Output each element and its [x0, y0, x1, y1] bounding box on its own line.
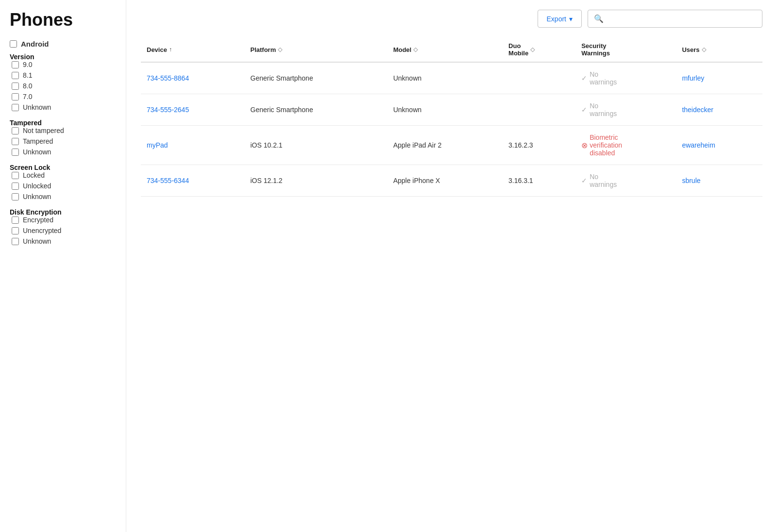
- filter-item-v8: 8.0: [10, 82, 116, 90]
- export-label: Export: [547, 15, 566, 23]
- v9-checkbox[interactable]: [12, 61, 19, 68]
- col-header-device[interactable]: Device ↑: [141, 37, 245, 62]
- filter-item-locked: Locked: [10, 171, 116, 179]
- tampered-unknown-checkbox[interactable]: [12, 149, 19, 156]
- device-link[interactable]: 734-555-2645: [147, 106, 189, 114]
- model-cell: Unknown: [388, 94, 503, 126]
- disk-encryption-section: Disk Encryption Encrypted Unencrypted Un…: [10, 208, 116, 245]
- unencrypted-checkbox[interactable]: [12, 227, 19, 234]
- export-button[interactable]: Export ▾: [538, 10, 582, 28]
- model-sort-icon: ◇: [413, 46, 418, 53]
- no-warnings-text: Nowarnings: [590, 70, 617, 86]
- phones-table: Device ↑ Platform ◇ Model ◇: [141, 37, 762, 197]
- model-col-label: Model: [393, 46, 412, 53]
- platform-cell: Generic Smartphone: [245, 62, 388, 94]
- screen-lock-section-title: Screen Lock: [10, 164, 116, 171]
- v81-checkbox[interactable]: [12, 72, 19, 79]
- screenlock-unknown-checkbox[interactable]: [12, 193, 19, 200]
- check-icon: ✓: [581, 74, 587, 82]
- no-warnings-text: Nowarnings: [590, 173, 617, 188]
- no-warnings-text: Nowarnings: [590, 102, 617, 117]
- device-link[interactable]: myPad: [147, 141, 168, 149]
- v8-label[interactable]: 8.0: [23, 82, 32, 90]
- col-header-users[interactable]: Users ◇: [676, 37, 762, 62]
- unlocked-checkbox[interactable]: [12, 183, 19, 190]
- warning-icon: ⊗: [581, 141, 588, 150]
- security-warnings-cell: ✓ Nowarnings: [575, 165, 676, 197]
- col-header-duo-mobile[interactable]: DuoMobile ◇: [503, 37, 575, 62]
- device-cell: 734-555-6344: [141, 165, 245, 197]
- user-link[interactable]: sbrule: [682, 177, 700, 184]
- table-row: 734-555-2645Generic SmartphoneUnknown✓ N…: [141, 94, 762, 126]
- unencrypted-label[interactable]: Unencrypted: [23, 227, 61, 234]
- v7-label[interactable]: 7.0: [23, 93, 32, 100]
- vunknown-checkbox[interactable]: [12, 104, 19, 111]
- filter-item-screenlock-unknown: Unknown: [10, 193, 116, 200]
- toolbar: Export ▾ 🔍: [141, 10, 762, 28]
- android-filter-group: Android: [10, 40, 116, 48]
- version-section: Version 9.0 8.1 8.0 7.0 Unknown: [10, 53, 116, 111]
- v7-checkbox[interactable]: [12, 93, 19, 100]
- security-warnings-col-label: SecurityWarnings: [581, 42, 610, 57]
- table-header-row: Device ↑ Platform ◇ Model ◇: [141, 37, 762, 62]
- model-cell: Apple iPhone X: [388, 165, 503, 197]
- screen-lock-section: Screen Lock Locked Unlocked Unknown: [10, 164, 116, 200]
- android-label[interactable]: Android: [21, 40, 49, 48]
- user-link[interactable]: mfurley: [682, 74, 704, 82]
- locked-checkbox[interactable]: [12, 172, 19, 179]
- tampered-checkbox[interactable]: [12, 138, 19, 145]
- filter-item-v9: 9.0: [10, 61, 116, 68]
- security-warnings-cell: ✓ Nowarnings: [575, 94, 676, 126]
- page-title: Phones: [10, 10, 116, 30]
- search-box: 🔍: [588, 10, 762, 28]
- encrypted-label[interactable]: Encrypted: [23, 216, 53, 224]
- users-cell: theidecker: [676, 94, 762, 126]
- tampered-label[interactable]: Tampered: [23, 137, 53, 145]
- filter-item-encryption-unknown: Unknown: [10, 237, 116, 245]
- filter-item-not-tampered: Not tampered: [10, 127, 116, 134]
- device-cell: myPad: [141, 126, 245, 165]
- user-link[interactable]: theidecker: [682, 106, 713, 114]
- filter-item-v7: 7.0: [10, 93, 116, 100]
- sidebar: Phones Android Version 9.0 8.1 8.0 7.: [0, 0, 126, 532]
- screenlock-unknown-label[interactable]: Unknown: [23, 193, 51, 200]
- platform-cell: Generic Smartphone: [245, 94, 388, 126]
- device-link[interactable]: 734-555-8864: [147, 74, 189, 82]
- tampered-section: Tampered Not tampered Tampered Unknown: [10, 119, 116, 156]
- v9-label[interactable]: 9.0: [23, 61, 32, 68]
- model-cell: Unknown: [388, 62, 503, 94]
- duo-mobile-cell: 3.16.3.1: [503, 165, 575, 197]
- table-row: 734-555-6344iOS 12.1.2Apple iPhone X3.16…: [141, 165, 762, 197]
- platform-cell: iOS 12.1.2: [245, 165, 388, 197]
- duo-mobile-cell: [503, 94, 575, 126]
- table-row: myPadiOS 10.2.1Apple iPad Air 23.16.2.3⊗…: [141, 126, 762, 165]
- not-tampered-checkbox[interactable]: [12, 127, 19, 134]
- col-header-model[interactable]: Model ◇: [388, 37, 503, 62]
- encryption-unknown-label[interactable]: Unknown: [23, 237, 51, 245]
- tampered-unknown-label[interactable]: Unknown: [23, 148, 51, 156]
- not-tampered-label[interactable]: Not tampered: [23, 127, 64, 134]
- android-checkbox[interactable]: [10, 40, 17, 48]
- encryption-unknown-checkbox[interactable]: [12, 238, 19, 245]
- users-col-label: Users: [682, 46, 699, 53]
- search-input[interactable]: [608, 15, 756, 23]
- locked-label[interactable]: Locked: [23, 171, 45, 179]
- main-content: Export ▾ 🔍 Device ↑: [126, 0, 777, 532]
- unlocked-label[interactable]: Unlocked: [23, 182, 51, 190]
- col-header-platform[interactable]: Platform ◇: [245, 37, 388, 62]
- filter-item-tampered: Tampered: [10, 137, 116, 145]
- filter-item-v81: 8.1: [10, 71, 116, 79]
- device-cell: 734-555-8864: [141, 62, 245, 94]
- encrypted-checkbox[interactable]: [12, 216, 19, 224]
- users-sort-icon: ◇: [702, 46, 706, 53]
- vunknown-label[interactable]: Unknown: [23, 103, 51, 111]
- search-icon: 🔍: [594, 14, 604, 23]
- v81-label[interactable]: 8.1: [23, 71, 32, 79]
- v8-checkbox[interactable]: [12, 83, 19, 90]
- warning-text: Biometricverificationdisabled: [590, 133, 622, 157]
- filter-item-encrypted: Encrypted: [10, 216, 116, 224]
- device-link[interactable]: 734-555-6344: [147, 177, 189, 184]
- users-cell: ewareheim: [676, 126, 762, 165]
- user-link[interactable]: ewareheim: [682, 141, 715, 149]
- version-section-title: Version: [10, 53, 116, 61]
